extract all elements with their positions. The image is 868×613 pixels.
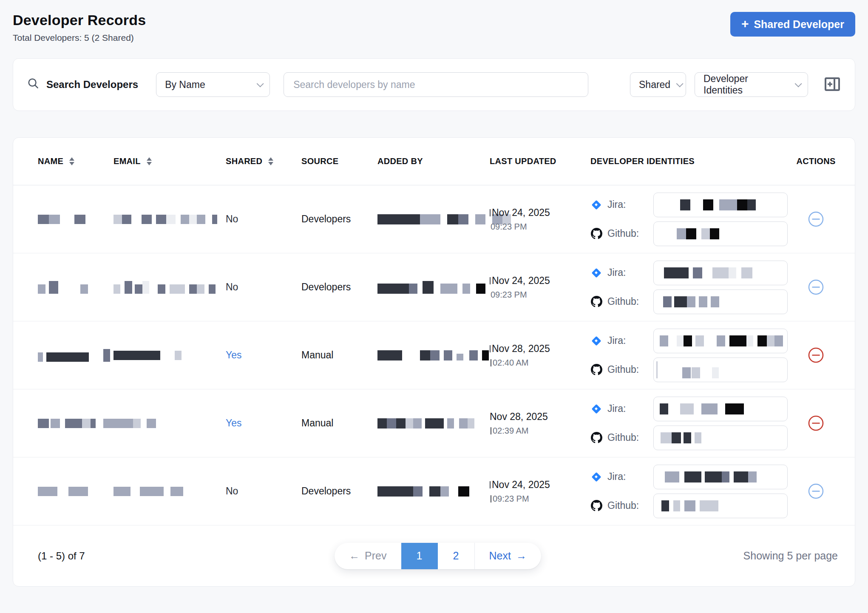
column-header-email[interactable]: EMAIL <box>113 156 226 166</box>
remove-developer-button[interactable] <box>808 347 824 363</box>
add-shared-developer-label: Shared Developer <box>754 18 844 31</box>
redacted-name <box>38 419 113 428</box>
search-input[interactable] <box>284 72 588 97</box>
source-value: Developers <box>301 281 377 293</box>
page-subtitle: Total Developers: 5 (2 Shared) <box>13 33 146 43</box>
remove-developer-button[interactable] <box>808 483 824 499</box>
table-header-row: NAME EMAIL SHARED SOURCE ADDED BY LAST U… <box>13 138 855 185</box>
last-updated-cell: Nov 24, 2025 09:23 PM <box>490 275 590 300</box>
identities-filter-select[interactable]: Developer Identities <box>695 72 808 97</box>
redacted-added-by <box>377 486 490 497</box>
actions-cell <box>793 415 839 431</box>
github-identity-box[interactable] <box>653 426 788 450</box>
redacted-added-by <box>377 281 490 294</box>
column-header-last-updated: LAST UPDATED <box>490 156 590 166</box>
search-developers-text: Search Developers <box>46 79 138 91</box>
remove-developer-button[interactable] <box>808 415 824 431</box>
column-header-developer-identities: DEVELOPER IDENTITIES <box>590 156 793 166</box>
remove-developer-button[interactable] <box>808 211 824 227</box>
redaction-tick <box>490 277 491 284</box>
redaction-tick <box>490 481 491 488</box>
github-label: Github: <box>607 296 653 307</box>
table-row: Yes Manual Nov 28, 2025 02:39 AM Jira: <box>13 389 855 457</box>
jira-identity-box[interactable] <box>653 465 788 489</box>
jira-identity-box[interactable] <box>653 261 788 285</box>
add-column-icon <box>823 75 841 94</box>
column-header-added-by: ADDED BY <box>377 156 490 166</box>
column-header-name[interactable]: NAME <box>38 156 113 166</box>
search-by-select[interactable]: By Name <box>156 72 270 97</box>
source-value: Manual <box>301 349 377 361</box>
sort-icon[interactable] <box>268 157 273 165</box>
shared-value: No <box>226 485 301 497</box>
redaction-tick <box>490 345 491 352</box>
jira-icon <box>590 471 602 482</box>
github-identity-line: Github: <box>590 426 793 450</box>
redacted-added-by <box>377 418 490 429</box>
developer-identities-cell: Jira: Github: <box>590 329 793 382</box>
github-icon <box>590 500 602 511</box>
sort-icon[interactable] <box>69 157 74 165</box>
table-row: No Developers Nov 24, 2025 09:23 PM Jira… <box>13 253 855 321</box>
developer-records-page: Developer Records Total Developers: 5 (2… <box>0 0 868 587</box>
github-identity-line: Github: <box>590 494 793 518</box>
jira-icon <box>590 267 602 278</box>
github-label: Github: <box>607 432 653 443</box>
plus-icon: + <box>741 17 749 30</box>
developer-identities-cell: Jira: Github: <box>590 193 793 246</box>
sort-icon[interactable] <box>147 157 152 165</box>
developer-identities-cell: Jira: Github: <box>590 261 793 314</box>
page-button-2[interactable]: 2 <box>438 543 474 569</box>
jira-identity-line: Jira: <box>590 261 793 285</box>
redacted-name <box>38 349 113 362</box>
redaction-tick <box>491 359 491 366</box>
redacted-name <box>38 215 113 224</box>
actions-cell <box>793 279 839 295</box>
jira-identity-line: Jira: <box>590 397 793 421</box>
arrow-right-icon: → <box>516 550 527 562</box>
github-identity-line: Github: <box>590 221 793 246</box>
search-icon <box>27 77 40 92</box>
per-page-label: Showing 5 per page <box>743 550 838 562</box>
table-row: Yes Manual Nov 28, 2025 02:40 AM Jira: <box>13 321 855 389</box>
last-updated-cell: Nov 28, 2025 02:39 AM <box>490 411 590 436</box>
prev-page-button[interactable]: ← Prev <box>335 543 401 569</box>
jira-icon <box>590 335 602 346</box>
github-icon <box>590 296 602 307</box>
jira-identity-box[interactable] <box>653 193 788 217</box>
next-page-button[interactable]: Next → <box>475 543 541 569</box>
remove-developer-button[interactable] <box>808 279 824 295</box>
github-identity-box[interactable] <box>653 358 788 382</box>
last-updated-cell: Nov 24, 2025 09:23 PM <box>490 479 590 504</box>
jira-identity-box[interactable] <box>653 397 788 421</box>
developer-identities-cell: Jira: Github: <box>590 465 793 518</box>
jira-identity-line: Jira: <box>590 465 793 489</box>
github-identity-box[interactable] <box>653 221 788 246</box>
last-updated-cell: Nov 28, 2025 02:40 AM <box>490 343 590 368</box>
source-value: Developers <box>301 485 377 497</box>
github-identity-box[interactable] <box>653 494 788 518</box>
shared-filter-select[interactable]: Shared <box>630 72 686 97</box>
page-button-1[interactable]: 1 <box>401 543 438 569</box>
redacted-email <box>113 419 226 428</box>
shared-value: No <box>226 281 301 293</box>
column-header-shared[interactable]: SHARED <box>226 156 301 166</box>
table-row: No Developers Nov 24, 2025 09:23 PM Jira… <box>13 185 855 253</box>
github-label: Github: <box>607 364 653 375</box>
arrow-left-icon: ← <box>349 550 360 562</box>
github-icon <box>590 228 602 239</box>
shared-value: No <box>226 213 301 225</box>
add-shared-developer-button[interactable]: + Shared Developer <box>730 12 855 37</box>
page-title: Developer Records <box>13 12 146 28</box>
pagination-bar: (1 - 5) of 7 ← Prev 1 2 Next → Showing 5… <box>13 525 855 586</box>
redacted-added-by <box>377 350 490 360</box>
shared-value: Yes <box>226 417 301 429</box>
github-identity-line: Github: <box>590 358 793 382</box>
table-row: No Developers Nov 24, 2025 09:23 PM Jira… <box>13 457 855 525</box>
add-column-button[interactable] <box>823 75 841 94</box>
jira-identity-box[interactable] <box>653 329 788 353</box>
jira-identity-line: Jira: <box>590 329 793 353</box>
github-identity-box[interactable] <box>653 289 788 314</box>
chevron-down-icon <box>795 80 802 87</box>
filter-right-group: Shared Developer Identities <box>630 72 841 97</box>
